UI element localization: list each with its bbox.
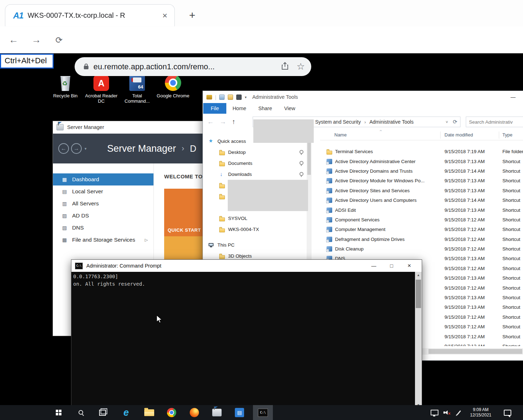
firefox-button[interactable]: [187, 405, 202, 420]
file-row[interactable]: ADSI Edit 9/15/2018 7:13 AM Shortcut: [320, 205, 523, 215]
file-date-modified: 9/15/2018 7:13 AM: [444, 305, 502, 310]
cmd-titlebar[interactable]: Administrator: Command Prompt — □ ×: [71, 260, 422, 272]
column-header-date[interactable]: Date modified: [444, 132, 473, 138]
task-view-button[interactable]: [95, 405, 110, 420]
scrollbar-thumb[interactable]: [416, 280, 421, 308]
file-row[interactable]: Active Directory Sites and Services 9/15…: [320, 186, 523, 195]
sidebar-item[interactable]: All Servers: [53, 198, 153, 210]
internet-explorer-button[interactable]: e: [118, 405, 134, 420]
ribbon-tab[interactable]: Home: [226, 103, 252, 114]
sidebar-item[interactable]: DNS: [53, 222, 153, 234]
nav-tree-item[interactable]: This PC: [203, 239, 308, 251]
file-row[interactable]: Active Directory Administrative Center 9…: [320, 156, 523, 166]
sidebar-item[interactable]: AD DS: [53, 210, 153, 222]
breadcrumb-first[interactable]: System and Security: [315, 119, 361, 125]
search-button[interactable]: [73, 405, 89, 420]
new-tab-button[interactable]: +: [185, 8, 200, 23]
server-manager-button[interactable]: [209, 405, 225, 420]
file-type: Shortcut: [502, 246, 523, 252]
explorer-back-icon[interactable]: ←: [207, 118, 214, 126]
pin-icon: [299, 150, 303, 155]
server-manager-breadcrumb-root[interactable]: Server Manager: [107, 143, 176, 154]
url-text[interactable]: eu.remote.app.action1.com/remo...: [93, 62, 281, 71]
task-view-icon: [99, 410, 106, 416]
column-header-name[interactable]: Name: [334, 132, 347, 138]
cmd-vertical-scrollbar[interactable]: ▲ ▼: [415, 272, 422, 408]
ribbon-tab[interactable]: View: [278, 103, 301, 114]
ribbon-tab[interactable]: Share: [252, 103, 278, 114]
forward-icon[interactable]: →: [27, 27, 45, 53]
explorer-titlebar[interactable]: | ▾ Administrative Tools —: [203, 91, 523, 103]
explorer-search[interactable]: [466, 117, 523, 127]
qat-customize-icon[interactable]: [236, 95, 242, 100]
pen-tray-icon[interactable]: [453, 405, 464, 420]
start-button[interactable]: [51, 405, 66, 420]
sidebar-item[interactable]: Dashboard: [53, 173, 153, 185]
nav-tree-item[interactable]: Desktop: [203, 147, 308, 158]
file-type: Shortcut: [502, 217, 523, 222]
nav-back-icon[interactable]: ←: [58, 143, 69, 154]
file-row[interactable]: Terminal Services 9/15/2018 7:19 AM File…: [320, 147, 523, 156]
ribbon-tab[interactable]: File: [203, 103, 226, 114]
file-row[interactable]: Defragment and Optimize Drives 9/15/2018…: [320, 235, 523, 244]
nav-tree-item[interactable]: Downloads: [203, 169, 308, 180]
lock-icon: [84, 66, 88, 69]
explorer-up-icon[interactable]: ↑: [232, 118, 236, 126]
reload-icon[interactable]: ⟳: [50, 27, 68, 53]
file-row[interactable]: Computer Management 9/15/2018 7:12 AM Sh…: [320, 225, 523, 234]
expander-icon[interactable]: ▷: [145, 238, 148, 242]
chrome-button[interactable]: [164, 405, 179, 420]
nav-forward-icon[interactable]: →: [71, 143, 82, 154]
minimize-button[interactable]: —: [504, 91, 522, 103]
file-row[interactable]: Active Directory Users and Computers 9/1…: [320, 195, 523, 205]
file-date-modified: 9/15/2018 7:12 AM: [444, 266, 502, 271]
refresh-icon[interactable]: ⟳: [453, 117, 457, 127]
file-row[interactable]: Disk Cleanup 9/15/2018 7:12 AM Shortcut: [320, 244, 523, 254]
taskbar-clock[interactable]: 9:09 AM 12/15/2021: [465, 405, 497, 420]
qat-new-folder-icon[interactable]: [228, 95, 233, 100]
cmd-icon: [258, 409, 268, 417]
browser-tab[interactable]: A1 WKS-0007-TX.tx-corp.local - R ×: [5, 4, 175, 26]
nav-item-icon: [219, 183, 225, 188]
file-row[interactable]: Active Directory Module for Windows Po..…: [320, 176, 523, 185]
nav-tree-item[interactable]: WKS-0004-TX: [203, 224, 308, 235]
minimize-button[interactable]: —: [365, 260, 383, 272]
back-icon[interactable]: ←: [4, 27, 23, 53]
nav-dropdown-icon[interactable]: ▾: [85, 146, 87, 151]
action-center-button[interactable]: [500, 405, 514, 420]
explorer-forward-icon[interactable]: →: [220, 118, 226, 126]
cmd-icon: [75, 263, 83, 269]
breadcrumb-second[interactable]: Administrative Tools: [370, 119, 414, 125]
file-type: Shortcut: [502, 188, 523, 193]
file-date-modified: 9/15/2018 7:14 AM: [444, 198, 502, 203]
maximize-button[interactable]: □: [383, 260, 400, 272]
url-bar[interactable]: eu.remote.app.action1.com/remo... ☆: [75, 57, 311, 76]
scrollbar-thumb[interactable]: [428, 349, 522, 354]
bookmark-star-icon[interactable]: ☆: [297, 61, 305, 72]
close-button[interactable]: ×: [400, 260, 418, 272]
remote-display-tray-icon[interactable]: [428, 405, 441, 420]
sidebar-item[interactable]: Local Server: [53, 185, 153, 198]
scroll-up-icon[interactable]: ▲: [415, 272, 422, 278]
share-icon[interactable]: [281, 62, 289, 72]
blue-app-button[interactable]: ▤: [232, 405, 247, 420]
qat-dropdown-icon[interactable]: ▾: [245, 95, 247, 99]
nav-tree-item[interactable]: SYSVOL: [203, 213, 308, 224]
file-row[interactable]: Active Directory Domains and Trusts 9/15…: [320, 166, 523, 176]
command-prompt-taskbar-button[interactable]: [253, 405, 273, 420]
file-icon: [327, 208, 332, 213]
nav-tree-item[interactable]: Documents: [203, 158, 308, 169]
qat-properties-icon[interactable]: [219, 95, 225, 100]
address-dropdown-icon[interactable]: ˅: [446, 117, 448, 127]
volume-muted-tray-icon[interactable]: ×: [441, 405, 453, 420]
tab-close-icon[interactable]: ×: [160, 11, 169, 21]
cmd-output[interactable]: 0.0.17763.2300] on. All rights reserved.: [71, 272, 422, 408]
ctrl-alt-del-button[interactable]: Ctrl+Alt+Del: [0, 54, 54, 69]
chrome-icon: [167, 408, 176, 417]
column-header-type[interactable]: Type: [502, 132, 512, 138]
search-input[interactable]: [466, 117, 523, 127]
desktop-icon-recycle-bin[interactable]: Recycle Bin: [49, 71, 82, 98]
file-row[interactable]: Component Services 9/15/2018 7:12 AM Sho…: [320, 215, 523, 225]
file-explorer-button[interactable]: [141, 405, 157, 420]
sidebar-item[interactable]: File and Storage Services ▷: [53, 234, 153, 246]
